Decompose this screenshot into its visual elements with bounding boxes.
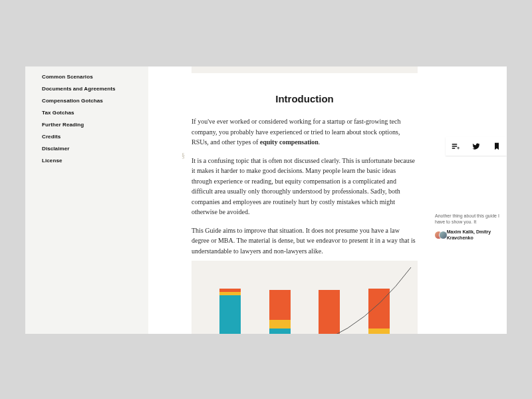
twitter-icon[interactable] — [471, 142, 481, 151]
avatar-stack — [435, 231, 444, 239]
sidebar-item[interactable]: Disclaimer — [42, 142, 148, 154]
chart-curve — [192, 261, 418, 334]
comment-authors: Maxim Kalik, Dmitry Kravchenko — [435, 229, 501, 241]
highlight-icon[interactable] — [451, 142, 460, 151]
paragraph: It is a confusing topic that is often no… — [192, 156, 418, 217]
main: § Introduction If you've ever worked or … — [148, 66, 507, 334]
sidebar-item[interactable]: Tax Gotchas — [42, 106, 148, 118]
sidebar-item[interactable]: License — [42, 154, 148, 166]
article-title: Introduction — [192, 93, 418, 104]
sidebar-item[interactable]: Credits — [42, 130, 148, 142]
section-marker[interactable]: § — [182, 152, 185, 159]
article: Introduction If you've ever worked or co… — [192, 66, 418, 264]
sidebar-item[interactable]: Compensation Gotchas — [42, 94, 148, 106]
chart — [192, 261, 418, 334]
sidebar-item[interactable]: Documents and Agreements — [42, 82, 148, 94]
text: . — [319, 138, 321, 146]
sidebar-item[interactable]: Further Reading — [42, 118, 148, 130]
app-window: Common Scenarios Documents and Agreement… — [25, 66, 507, 334]
author-names: Maxim Kalik, Dmitry Kravchenko — [447, 229, 501, 241]
svg-rect-2 — [452, 148, 456, 149]
svg-rect-1 — [452, 146, 458, 147]
paragraph: If you've ever worked or considered work… — [192, 116, 418, 148]
comment-text: Another thing about this guide I have to… — [435, 213, 501, 225]
text-bold: equity compensation — [260, 138, 319, 146]
action-bar — [446, 137, 507, 156]
sidebar-item[interactable]: Common Scenarios — [42, 70, 148, 82]
avatar — [440, 231, 447, 239]
bookmark-icon[interactable] — [492, 142, 501, 151]
svg-rect-0 — [452, 144, 458, 145]
sidebar: Common Scenarios Documents and Agreement… — [25, 66, 148, 334]
paragraph: This Guide aims to improve that situatio… — [192, 225, 418, 257]
margin-comment[interactable]: Another thing about this guide I have to… — [435, 213, 501, 241]
